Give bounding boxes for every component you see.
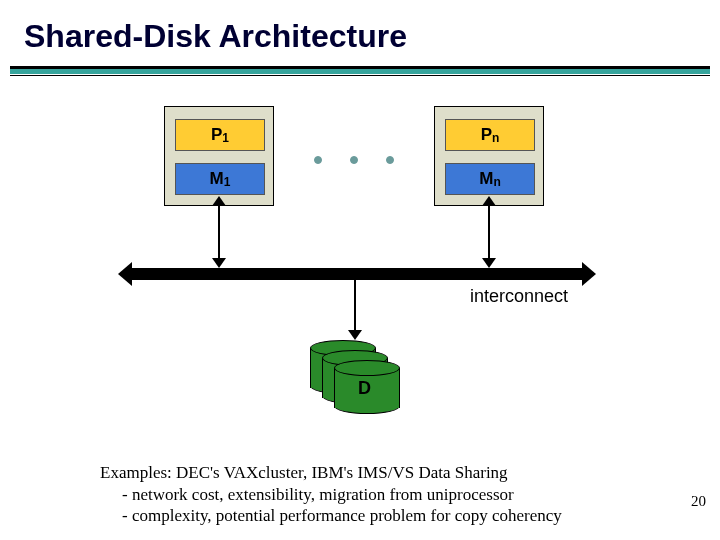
connector-bus-disk	[354, 280, 356, 330]
processor-label: P	[481, 125, 492, 145]
ellipsis-icon	[314, 150, 394, 170]
slide-title: Shared-Disk Architecture	[24, 18, 407, 55]
slide-number: 20	[691, 493, 706, 510]
connector-group1-bus	[218, 206, 220, 258]
memory-subscript: 1	[224, 175, 231, 189]
processor-subscript: n	[492, 131, 499, 145]
processor-box-n: Pn	[445, 119, 535, 151]
examples-bullet: - complexity, potential performance prob…	[100, 505, 660, 526]
examples-line: Examples: DEC's VAXcluster, IBM's IMS/VS…	[100, 462, 660, 483]
shared-disk-stack: D	[310, 340, 410, 418]
disk-label: D	[358, 378, 371, 399]
memory-subscript: n	[493, 175, 500, 189]
node-group-n: Pn Mn	[434, 106, 544, 206]
title-underline	[10, 66, 710, 76]
memory-label: M	[210, 169, 224, 189]
memory-label: M	[479, 169, 493, 189]
connector-groupn-bus	[488, 206, 490, 258]
examples-bullet: - network cost, extensibility, migration…	[100, 484, 660, 505]
slide: Shared-Disk Architecture P1 M1 Pn Mn	[0, 0, 720, 540]
node-group-1: P1 M1	[164, 106, 274, 206]
processor-label: P	[211, 125, 222, 145]
interconnect-label: interconnect	[470, 286, 568, 307]
processor-subscript: 1	[222, 131, 229, 145]
processor-box-1: P1	[175, 119, 265, 151]
architecture-diagram: P1 M1 Pn Mn interconnect D	[142, 106, 572, 426]
examples-text: Examples: DEC's VAXcluster, IBM's IMS/VS…	[100, 462, 660, 526]
memory-box-n: Mn	[445, 163, 535, 195]
memory-box-1: M1	[175, 163, 265, 195]
